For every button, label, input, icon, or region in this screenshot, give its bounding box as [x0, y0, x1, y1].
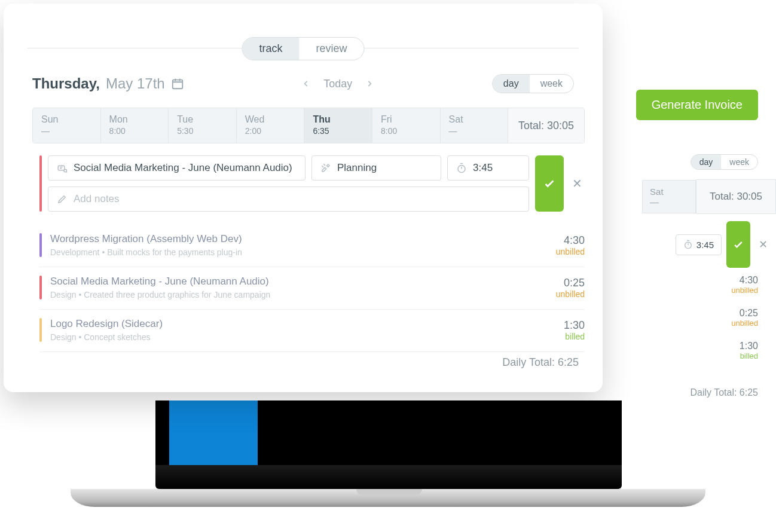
- week-strip: Sun — Mon 8:00 Tue 5:30 Wed 2:00 Thu 6:3…: [32, 108, 585, 143]
- day-value: 8:00: [381, 126, 432, 136]
- day-value: 8:00: [109, 126, 160, 136]
- task-input-value: Planning: [337, 162, 377, 174]
- generate-invoice-button[interactable]: Generate Invoice: [636, 90, 758, 120]
- laptop-bezel: [155, 465, 622, 489]
- entry-time: 4:30: [556, 234, 585, 247]
- day-name: Sun: [41, 114, 92, 125]
- notes-input[interactable]: Add notes: [48, 186, 529, 212]
- entry-list: Wordpress Migration (Assembly Web Dev) D…: [39, 225, 585, 352]
- day-cell-thu[interactable]: Thu 6:35: [304, 108, 372, 143]
- day-cell-sat[interactable]: Sat —: [441, 108, 509, 143]
- time-input[interactable]: 3:45: [447, 155, 529, 181]
- view-toggle[interactable]: day week: [492, 74, 574, 93]
- bg-week-total: Total: 30:05: [696, 179, 776, 214]
- day-name: Tue: [177, 114, 228, 125]
- bg-entry-status: unbilled: [731, 286, 758, 295]
- entry-editor: Social Media Marketing - June (Neumann A…: [39, 155, 585, 212]
- entry-color-bar: [39, 276, 42, 299]
- cancel-entry-button[interactable]: ✕: [570, 155, 585, 212]
- laptop-notch: [356, 489, 422, 495]
- time-entry[interactable]: Wordpress Migration (Assembly Web Dev) D…: [39, 225, 585, 267]
- day-name: Mon: [109, 114, 160, 125]
- check-icon: [543, 177, 556, 190]
- day-value: 6:35: [313, 126, 363, 136]
- confirm-entry-button[interactable]: [535, 155, 564, 212]
- bg-entry-time: 0:25: [731, 308, 758, 319]
- entry-title: Wordpress Migration (Assembly Web Dev): [50, 233, 548, 245]
- time-entry[interactable]: Logo Redesign (Sidecar) Design • Concept…: [39, 310, 585, 352]
- svg-point-3: [64, 169, 67, 172]
- time-entry[interactable]: Social Media Marketing - June (Neumann A…: [39, 267, 585, 310]
- check-icon: [732, 239, 744, 250]
- day-cell-tue[interactable]: Tue 5:30: [169, 108, 237, 143]
- entry-time: 0:25: [556, 277, 585, 289]
- close-icon: ✕: [572, 176, 582, 191]
- next-day-button[interactable]: [365, 80, 374, 88]
- time-tracking-panel: track review Thursday, May 17th Today da…: [4, 4, 603, 392]
- bg-day-name: Sat: [650, 186, 688, 197]
- bg-day-value: —: [650, 197, 688, 207]
- entry-meta: Development • Built mocks for the paymen…: [50, 247, 548, 257]
- entry-title: Social Media Marketing - June (Neumann A…: [50, 276, 548, 288]
- entry-time: 1:30: [564, 319, 585, 332]
- bg-view-toggle[interactable]: day week: [691, 154, 758, 170]
- stopwatch-icon: [456, 163, 467, 173]
- bg-entry-status: billed: [731, 351, 758, 360]
- svg-rect-1: [172, 80, 182, 89]
- day-name: Wed: [245, 114, 296, 125]
- day-cell-fri[interactable]: Fri 8:00: [372, 108, 441, 143]
- project-input-value: Social Media Marketing - June (Neumann A…: [74, 162, 292, 174]
- task-input[interactable]: Planning: [311, 155, 441, 181]
- day-cell-sun[interactable]: Sun —: [33, 108, 101, 143]
- bg-entry[interactable]: 0:25 unbilled: [731, 308, 758, 328]
- entry-color-bar: [39, 155, 42, 212]
- project-input[interactable]: Social Media Marketing - June (Neumann A…: [48, 155, 305, 181]
- bg-entry[interactable]: 1:30 billed: [731, 341, 758, 360]
- entry-status: unbilled: [556, 289, 585, 299]
- calendar-icon[interactable]: [171, 77, 184, 90]
- entry-title: Logo Redesign (Sidecar): [50, 318, 555, 330]
- bg-entry[interactable]: 4:30 unbilled: [731, 275, 758, 295]
- day-value: —: [41, 126, 92, 136]
- entry-status: unbilled: [556, 247, 585, 256]
- mode-toggle[interactable]: track review: [242, 37, 364, 60]
- bg-editor-time[interactable]: 3:45: [676, 234, 722, 255]
- mode-tab-track[interactable]: track: [242, 38, 299, 60]
- bg-entry-time: 4:30: [731, 275, 758, 286]
- time-input-value: 3:45: [473, 162, 493, 174]
- bg-editor-close[interactable]: ✕: [755, 238, 771, 251]
- task-icon: [320, 163, 331, 173]
- date-label[interactable]: Thursday, May 17th: [32, 75, 184, 92]
- entry-meta: Design • Created three product graphics …: [50, 290, 548, 299]
- prev-day-button[interactable]: [302, 80, 310, 88]
- day-name: Fri: [381, 114, 432, 125]
- day-name: Thu: [313, 114, 363, 125]
- bg-entry-list: 4:30 unbilled 0:25 unbilled 1:30 billed: [731, 275, 758, 374]
- today-button[interactable]: Today: [323, 78, 352, 90]
- day-value: 5:30: [177, 126, 228, 136]
- notes-placeholder: Add notes: [74, 193, 120, 205]
- date-md: May 17th: [106, 75, 165, 92]
- view-toggle-day[interactable]: day: [493, 75, 530, 93]
- date-nav: Today: [302, 78, 374, 90]
- week-total: Total: 30:05: [508, 108, 584, 143]
- bg-toggle-week[interactable]: week: [721, 155, 757, 169]
- bg-editor-row: 3:45 ✕: [676, 221, 771, 268]
- date-row: Thursday, May 17th Today day week: [32, 74, 574, 93]
- bg-week-tail: Sat — Total: 30:05: [642, 179, 776, 214]
- pencil-icon: [57, 194, 68, 204]
- view-toggle-week[interactable]: week: [530, 75, 573, 93]
- day-cell-mon[interactable]: Mon 8:00: [101, 108, 169, 143]
- mode-tab-review[interactable]: review: [300, 38, 364, 60]
- laptop-screen-accent: [169, 395, 258, 465]
- day-name: Sat: [449, 114, 500, 125]
- bg-day-sat[interactable]: Sat —: [642, 180, 696, 213]
- daily-total: Daily Total: 6:25: [502, 356, 579, 369]
- chevron-left-icon: [302, 80, 310, 88]
- project-icon: [57, 163, 68, 173]
- day-cell-wed[interactable]: Wed 2:00: [237, 108, 305, 143]
- bg-toggle-day[interactable]: day: [691, 155, 722, 169]
- entry-color-bar: [39, 233, 42, 257]
- bg-editor-confirm[interactable]: [726, 221, 750, 268]
- day-value: 2:00: [245, 126, 296, 136]
